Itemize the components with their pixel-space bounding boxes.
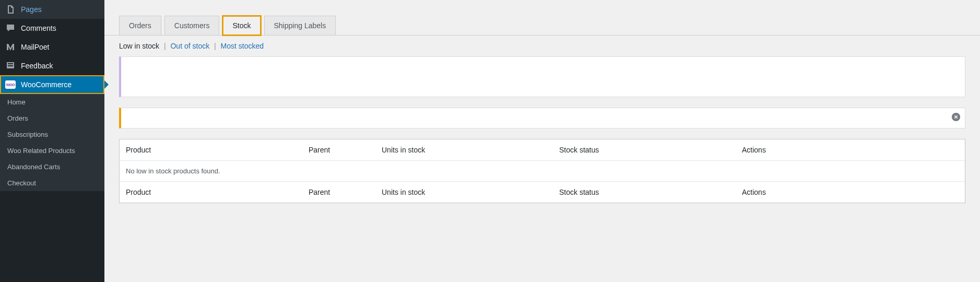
sidebar-label: Pages <box>21 5 42 14</box>
sidebar-label: MailPoet <box>21 43 49 51</box>
col-header-units[interactable]: Units in stock <box>382 146 559 154</box>
col-footer-units: Units in stock <box>382 188 559 196</box>
sidebar-sub-home[interactable]: Home <box>0 94 104 110</box>
tab-stock[interactable]: Stock <box>222 16 261 36</box>
sidebar-sub-subscriptions[interactable]: Subscriptions <box>0 126 104 143</box>
table-footer: Product Parent Units in stock Stock stat… <box>120 182 965 203</box>
feedback-icon <box>5 61 16 71</box>
sidebar-item-comments[interactable]: Comments <box>0 19 104 38</box>
table-header: Product Parent Units in stock Stock stat… <box>120 139 965 161</box>
tab-shipping-labels[interactable]: Shipping Labels <box>264 16 336 35</box>
col-header-product[interactable]: Product <box>126 146 309 154</box>
empty-message: No low in stock products found. <box>126 167 220 175</box>
woocommerce-icon: woo <box>5 79 16 90</box>
content-area: Product Parent Units in stock Stock stat… <box>104 56 980 203</box>
separator: | <box>164 42 166 50</box>
subtab-most-stocked[interactable]: Most stocked <box>221 42 264 50</box>
sidebar-sub-woo-related[interactable]: Woo Related Products <box>0 143 104 159</box>
tab-customers[interactable]: Customers <box>164 16 220 35</box>
admin-sidebar: Pages Comments MailPoet Feedback woo Woo… <box>0 0 104 282</box>
tab-orders[interactable]: Orders <box>119 16 161 35</box>
col-header-parent[interactable]: Parent <box>309 146 382 154</box>
col-footer-status: Stock status <box>559 188 742 196</box>
col-footer-actions: Actions <box>742 188 959 196</box>
sidebar-sub-orders[interactable]: Orders <box>0 110 104 126</box>
sidebar-item-pages[interactable]: Pages <box>0 0 104 19</box>
sidebar-item-feedback[interactable]: Feedback <box>0 56 104 75</box>
subtab-out-of-stock[interactable]: Out of stock <box>170 42 209 50</box>
report-tabs: Orders Customers Stock Shipping Labels <box>104 0 980 36</box>
sidebar-item-mailpoet[interactable]: MailPoet <box>0 38 104 56</box>
sidebar-label: Feedback <box>21 62 53 70</box>
sidebar-item-woocommerce[interactable]: woo WooCommerce <box>0 75 104 94</box>
sidebar-sub-checkout[interactable]: Checkout <box>0 175 104 191</box>
table-empty-row: No low in stock products found. <box>120 161 965 182</box>
close-icon[interactable] <box>951 112 961 124</box>
comments-icon <box>5 23 16 33</box>
stock-table: Product Parent Units in stock Stock stat… <box>119 139 965 203</box>
mailpoet-icon <box>5 42 16 52</box>
col-header-actions: Actions <box>742 146 959 154</box>
notice-orange <box>119 108 965 128</box>
pages-icon <box>5 4 16 15</box>
col-footer-parent: Parent <box>309 188 382 196</box>
col-footer-product: Product <box>126 188 309 196</box>
sidebar-label: WooCommerce <box>21 80 72 89</box>
sidebar-sub-abandoned[interactable]: Abandoned Carts <box>0 159 104 175</box>
notice-purple <box>119 56 965 97</box>
main-content: Orders Customers Stock Shipping Labels L… <box>104 0 980 282</box>
sidebar-label: Comments <box>21 24 56 32</box>
sidebar-submenu: Home Orders Subscriptions Woo Related Pr… <box>0 94 104 191</box>
stock-subtabs: Low in stock | Out of stock | Most stock… <box>104 36 980 56</box>
subtab-low-in-stock[interactable]: Low in stock <box>119 42 159 50</box>
col-header-status[interactable]: Stock status <box>559 146 742 154</box>
separator: | <box>214 42 216 50</box>
